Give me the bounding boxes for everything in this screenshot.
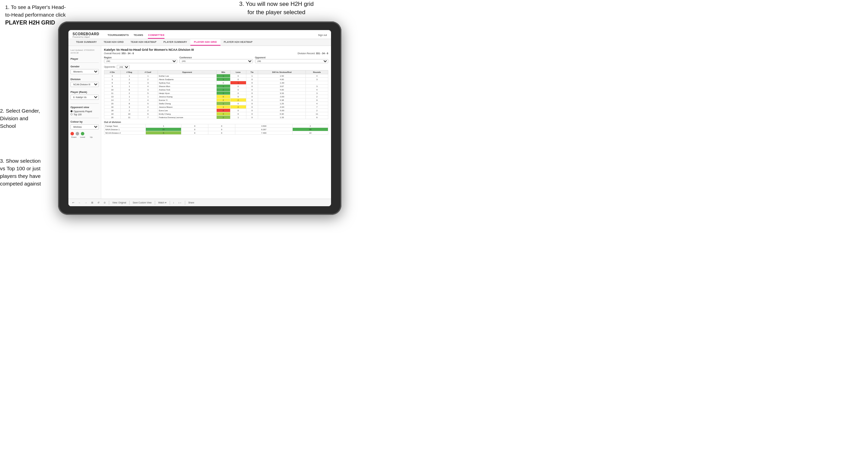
- sidebar-player-label: Player: [70, 57, 99, 60]
- grid-title: Katelyn Vo Head-to-Head Grid for Women's…: [104, 48, 328, 51]
- table-row: 1063 Andrea York 2 00 4.004: [104, 88, 328, 92]
- colour-dot-level: [76, 132, 79, 135]
- nav-items: TOURNAMENTS TEAMS COMMITTEE: [107, 31, 312, 39]
- logo-text: SCOREBOARD: [73, 32, 99, 36]
- sub-nav: TEAM SUMMARY TEAM H2H GRID TEAM H2H HEAT…: [68, 39, 331, 46]
- toolbar-divider-2: [129, 201, 130, 205]
- col-header-conf: # Conf: [138, 70, 158, 74]
- sub-nav-player-summary[interactable]: PLAYER SUMMARY: [160, 39, 190, 46]
- table-row: NCAA Division 2 500 7.40010: [104, 131, 328, 135]
- toolbar-view-original[interactable]: View: Original: [111, 201, 127, 204]
- toolbar-export[interactable]: ↕: [172, 201, 175, 204]
- col-header-div: # Div: [104, 70, 121, 74]
- conference-filter-group: Conference (All): [179, 56, 253, 63]
- toolbar-divider: [109, 201, 109, 205]
- toolbar-divider-4: [170, 201, 170, 205]
- record-row: Overall Record: 353 - 34 - 6 Division Re…: [104, 52, 328, 55]
- colour-by-label: Colour by: [70, 120, 99, 123]
- logo-area: SCOREBOARD Powered by clippd: [73, 32, 99, 38]
- col-header-win: Win: [217, 70, 230, 74]
- table-row: 914 Sharon Mun 1 00 3.673: [104, 85, 328, 88]
- opponents-filter-row: Opponents: (All): [104, 65, 328, 69]
- table-row: 1474 Eunice Yi 2 20 0.389: [104, 98, 328, 102]
- region-filter-select[interactable]: (All): [104, 59, 177, 63]
- table-row: NAIA Division 1 1500 9.26730: [104, 128, 328, 131]
- sidebar-division-label: Division: [70, 78, 99, 81]
- toolbar-refresh[interactable]: ↺: [96, 201, 101, 204]
- col-header-opponent: Opponent: [158, 70, 216, 74]
- sub-nav-team-h2h-grid[interactable]: TEAM H2H GRID: [100, 39, 127, 46]
- sidebar-timestamp: Last Updated: 27/03/2024 16:55:38: [70, 49, 99, 55]
- colour-labels: Down Level Up: [70, 136, 99, 138]
- radio-opponents-played[interactable]: Opponents Played: [70, 110, 99, 113]
- toolbar-back[interactable]: ←: [77, 201, 82, 204]
- tablet-device: SCOREBOARD Powered by clippd TOURNAMENTS…: [58, 21, 341, 215]
- colour-dots: [70, 132, 99, 135]
- opponent-filter-select[interactable]: (All): [255, 59, 328, 63]
- radio-top100[interactable]: Top 100: [70, 113, 99, 116]
- toolbar-share[interactable]: Share: [187, 201, 195, 204]
- sidebar-player-rank-label: Player (Rank): [70, 90, 99, 94]
- toolbar-grid[interactable]: ⊞: [90, 201, 94, 204]
- opponent-filter-group: Opponent (All): [255, 56, 328, 63]
- colour-dot-down: [70, 132, 74, 135]
- top-right-instructions: 3. You will now see H2H grid for the pla…: [207, 0, 346, 17]
- radio-dot-opponents: [70, 110, 73, 112]
- col-header-rounds: Rounds: [306, 70, 328, 74]
- table-row: 1585 Stella Cheng 1 00 1.254: [104, 102, 328, 105]
- col-header-reg: # Reg: [120, 70, 138, 74]
- table-row: Foreign Team 100 4.5002: [104, 124, 328, 128]
- nav-committee[interactable]: COMMITTEE: [148, 31, 164, 39]
- table-row: 311 Esther Lee 1 01 1.504: [104, 74, 328, 78]
- colour-by-select[interactable]: Win/loss: [70, 124, 99, 130]
- sub-nav-player-h2h-grid[interactable]: PLAYER H2H GRID: [190, 39, 220, 46]
- division-record: Division Record: 331 - 34 - 6: [298, 52, 328, 55]
- out-of-division-label: Out of division: [104, 121, 328, 123]
- filter-row: Region (All) Conference (All) Opponent: [104, 56, 328, 63]
- app-header: SCOREBOARD Powered by clippd TOURNAMENTS…: [68, 30, 331, 39]
- table-row: 1125 Heejo Hyun 1 00 3.333: [104, 92, 328, 95]
- bottom-toolbar: ↩ ← → ⊞ ↺ ⊙ View: Original Save Custom V…: [68, 199, 331, 206]
- radio-dot-top100: [70, 113, 73, 115]
- sub-nav-team-h2h-heatmap[interactable]: TEAM H2H HEATMAP: [127, 39, 160, 46]
- table-row: 20117 Federica Domecq Lacroze 2 10 1.336: [104, 116, 328, 119]
- toolbar-save-custom-view[interactable]: Save Custom View: [132, 201, 153, 204]
- toolbar-expand[interactable]: ↕↔: [177, 201, 183, 204]
- table-row: 19106 Emily Chang 4 00 0.3011: [104, 112, 328, 116]
- nav-tournaments[interactable]: TOURNAMENTS: [107, 31, 129, 39]
- opponent-view-label: Opponent view: [70, 106, 99, 109]
- toolbar-divider-5: [185, 201, 185, 205]
- col-header-diff: Diff Av Strokes/Rnd: [258, 70, 305, 74]
- toolbar-divider-3: [155, 201, 155, 205]
- gender-select[interactable]: Women's Men's: [70, 69, 99, 74]
- toolbar-watch[interactable]: Watch ▾: [157, 201, 168, 204]
- sub-nav-player-h2h-heatmap[interactable]: PLAYER H2H HEATMAP: [220, 39, 256, 46]
- out-of-division-table: Foreign Team 100 4.5002 NAIA Division 1 …: [104, 124, 328, 135]
- sign-out-link[interactable]: Sign out: [318, 34, 327, 36]
- colour-dot-up: [81, 132, 84, 135]
- player-rank-select[interactable]: 8. Katelyn Vo: [70, 95, 99, 100]
- toolbar-forward[interactable]: →: [84, 201, 88, 204]
- table-row: 633 Sydney Kuo 0 10 -1.00: [104, 81, 328, 85]
- main-data-table: # Div # Reg # Conf Opponent Win Loss Tie…: [104, 70, 328, 119]
- region-filter-group: Region (All): [104, 56, 177, 63]
- col-header-tie: Tie: [246, 70, 258, 74]
- sidebar-gender-label: Gender: [70, 65, 99, 68]
- opponent-view-radio-group: Opponents Played Top 100: [70, 110, 99, 116]
- sub-nav-team-summary[interactable]: TEAM SUMMARY: [73, 39, 100, 46]
- nav-teams[interactable]: TEAMS: [134, 31, 143, 39]
- table-row: 522 Alexis Sudjianto 1 00 4.003: [104, 78, 328, 81]
- tablet-screen: SCOREBOARD Powered by clippd TOURNAMENTS…: [68, 30, 331, 206]
- colour-section: Colour by Win/loss Down Level Up: [70, 120, 99, 138]
- logo-sub: Powered by clippd: [73, 36, 99, 38]
- table-row: 1311 Jessica Huang 0 00 -3.002: [104, 95, 328, 98]
- main-content: Last Updated: 27/03/2024 16:55:38 Player…: [68, 46, 331, 206]
- division-select[interactable]: NCAA Division III NCAA Division I NCAA D…: [70, 82, 99, 87]
- toolbar-undo[interactable]: ↩: [71, 201, 75, 204]
- table-row: 1822 Euna Lee 0 00 -5.002: [104, 109, 328, 112]
- opponents-select[interactable]: (All): [117, 65, 130, 69]
- conference-filter-select[interactable]: (All): [179, 59, 253, 63]
- toolbar-target[interactable]: ⊙: [103, 201, 107, 204]
- overall-record: Overall Record: 353 - 34 - 6: [104, 52, 134, 55]
- data-area: Katelyn Vo Head-to-Head Grid for Women's…: [101, 46, 331, 206]
